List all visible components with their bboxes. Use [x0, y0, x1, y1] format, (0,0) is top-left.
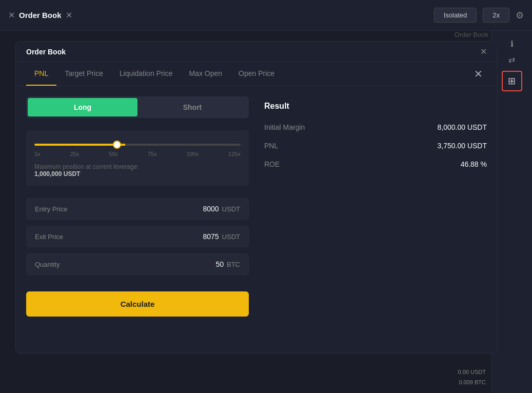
transfer-icon[interactable]: ⇄: [508, 55, 515, 65]
marker-50x: 50x: [109, 151, 118, 157]
quantity-input[interactable]: Quantity 50 BTC: [26, 253, 249, 275]
exit-price-unit: USDT: [222, 233, 240, 241]
order-book-close-button[interactable]: ✕: [8, 10, 15, 20]
tab-target-price[interactable]: Target Price: [56, 62, 111, 86]
pnl-value: 3,750.00 USDT: [438, 142, 487, 150]
calc-content: Long Short 1x 25x 50x 75x 100x 125x Max: [16, 86, 497, 353]
order-book-title: Order Book: [19, 11, 62, 19]
top-bar-left: ✕ Order Book ✕: [8, 10, 428, 20]
result-roe: ROE 46.88 %: [264, 160, 487, 168]
tabs-bar: PNL Target Price Liquidation Price Max O…: [16, 62, 497, 86]
quantity-unit: BTC: [227, 261, 240, 268]
tab-open-price[interactable]: Open Price: [230, 62, 283, 86]
entry-price-label: Entry Price: [35, 205, 68, 213]
pnl-label: PNL: [264, 142, 278, 150]
calculate-button[interactable]: Calculate: [26, 291, 249, 317]
quantity-label: Quantity: [35, 261, 60, 268]
initial-margin-value: 8,000.00 USDT: [438, 123, 487, 131]
max-position-text: Maximum position at current leverage:: [34, 163, 241, 170]
entry-price-value-unit: 8000 USDT: [203, 205, 240, 213]
marker-25x: 25x: [70, 151, 80, 157]
bg-usdt-balance: 0.00 USDT: [458, 369, 486, 375]
slider-markers: 1x 25x 50x 75x 100x 125x: [34, 151, 241, 157]
exit-price-label: Exit Price: [35, 233, 63, 241]
strip-order-book-title: Order Book: [26, 48, 480, 56]
calc-left-panel: Long Short 1x 25x 50x 75x 100x 125x Max: [26, 96, 249, 343]
info-icon[interactable]: ℹ: [510, 39, 514, 49]
result-initial-margin: Initial Margin 8,000.00 USDT: [264, 123, 487, 131]
top-bar: ✕ Order Book ✕ Isolated 2x ⚙: [0, 0, 532, 31]
entry-price-input[interactable]: Entry Price 8000 USDT: [26, 198, 249, 220]
roe-value: 46.88 %: [461, 160, 487, 168]
short-button[interactable]: Short: [137, 98, 247, 116]
panel-close-button[interactable]: ✕: [470, 67, 487, 81]
tab-liquidation-price[interactable]: Liquidation Price: [111, 62, 181, 86]
quantity-value-unit: 50 BTC: [215, 260, 240, 268]
calculator-icon-button[interactable]: ⊞: [502, 71, 522, 91]
settings-icon[interactable]: ⚙: [516, 10, 524, 21]
marker-1x: 1x: [34, 151, 41, 157]
result-title: Result: [264, 102, 487, 111]
strip-close-button[interactable]: ✕: [480, 47, 487, 56]
result-pnl: PNL 3,750.00 USDT: [264, 142, 487, 150]
entry-price-value: 8000: [203, 205, 219, 213]
bg-order-book-label: Order Book: [455, 31, 488, 38]
exit-price-input[interactable]: Exit Price 8075 USDT: [26, 226, 249, 247]
leverage-section: 1x 25x 50x 75x 100x 125x Maximum positio…: [26, 130, 249, 186]
isolated-button[interactable]: Isolated: [434, 8, 477, 23]
roe-label: ROE: [264, 160, 280, 168]
main-panel: Order Book ✕ PNL Target Price Liquidatio…: [15, 41, 498, 353]
leverage-button[interactable]: 2x: [483, 8, 509, 23]
order-book-strip: Order Book ✕: [16, 42, 497, 62]
calc-right-panel: Result Initial Margin 8,000.00 USDT PNL …: [264, 96, 487, 343]
tab-max-open[interactable]: Max Open: [181, 62, 230, 86]
marker-75x: 75x: [148, 151, 157, 157]
exit-price-group: Exit Price 8075 USDT: [26, 226, 249, 247]
exit-price-value-unit: 8075 USDT: [203, 232, 240, 241]
quantity-value: 50: [215, 260, 224, 268]
long-button[interactable]: Long: [28, 98, 137, 116]
exit-price-value: 8075: [203, 232, 219, 241]
bg-btc-balance: 0.009 BTC: [459, 379, 486, 385]
initial-margin-label: Initial Margin: [264, 123, 305, 131]
max-position-value: 1,000,000 USDT: [34, 170, 241, 178]
entry-price-group: Entry Price 8000 USDT: [26, 198, 249, 220]
entry-price-unit: USDT: [222, 205, 240, 213]
slider-container: 1x 25x 50x 75x 100x 125x: [34, 139, 241, 157]
marker-125x: 125x: [228, 151, 241, 157]
long-short-toggle: Long Short: [26, 96, 249, 118]
order-book-close2-button[interactable]: ✕: [66, 10, 72, 20]
marker-100x: 100x: [186, 151, 199, 157]
quantity-group: Quantity 50 BTC: [26, 253, 249, 275]
tab-pnl[interactable]: PNL: [26, 62, 56, 86]
leverage-slider[interactable]: [34, 144, 241, 146]
